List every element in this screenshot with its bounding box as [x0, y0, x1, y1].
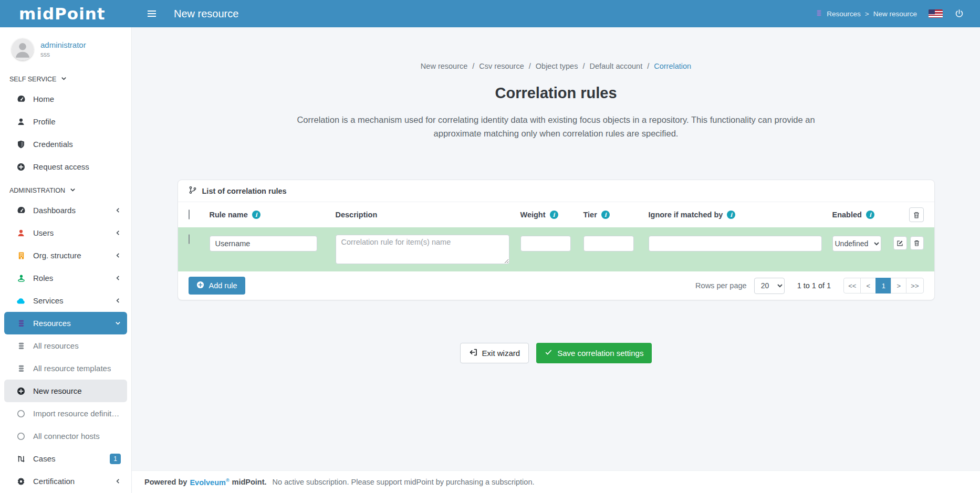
avatar-person-icon[interactable] [12, 38, 34, 60]
case-flow-icon [16, 455, 26, 463]
table-footer: Add rule Rows per page 20 1 to 1 of 1 <<… [178, 271, 934, 300]
breadcrumb-new-resource[interactable]: New resource [421, 62, 467, 70]
roles-icon [16, 274, 26, 282]
us-flag-icon[interactable] [929, 9, 943, 18]
sidebar-item-label: Services [33, 296, 64, 305]
power-icon[interactable] [954, 9, 964, 19]
save-correlation-settings-button[interactable]: Save correlation settings [536, 343, 652, 363]
top-breadcrumb: Resources > New resource [816, 9, 917, 18]
top-breadcrumb-separator: > [865, 10, 869, 18]
breadcrumb-csv-resource[interactable]: Csv resource [479, 62, 524, 70]
database-icon [16, 364, 26, 373]
sidebar-item-profile[interactable]: Profile [4, 110, 127, 133]
info-icon[interactable]: i [252, 211, 260, 219]
tachometer-icon [16, 95, 26, 103]
column-weight: Weight [520, 211, 546, 219]
save-label: Save correlation settings [557, 349, 643, 358]
sidebar-item-users[interactable]: Users [4, 222, 127, 244]
rule-name-input[interactable] [210, 236, 317, 251]
sidebar-item-label: Home [33, 95, 54, 103]
pagination-first-button[interactable]: << [843, 278, 861, 293]
delete-selected-button[interactable] [909, 207, 924, 222]
sidebar-item-label: Cases [33, 454, 56, 463]
breadcrumb-object-types[interactable]: Object types [536, 62, 578, 70]
column-rule-name: Rule name [210, 211, 248, 219]
breadcrumb-separator: / [582, 62, 585, 70]
pagination-next-button[interactable]: > [891, 278, 906, 293]
sidebar-item-all-resource-templates[interactable]: All resource templates [4, 357, 127, 380]
check-icon [545, 349, 552, 358]
seal-icon [16, 477, 26, 486]
info-icon[interactable]: i [550, 211, 558, 219]
sidebar-item-services[interactable]: Services [4, 289, 127, 312]
sidebar-item-home[interactable]: Home [4, 88, 127, 110]
info-icon[interactable]: i [866, 211, 874, 219]
breadcrumb-separator: / [472, 62, 474, 70]
select-all-checkbox[interactable] [189, 209, 190, 219]
flag-canton [929, 9, 935, 14]
edit-rule-button[interactable] [893, 236, 907, 250]
exit-wizard-button[interactable]: Exit wizard [460, 343, 529, 363]
app-logo[interactable]: midPoint [0, 0, 132, 27]
info-icon[interactable]: i [601, 211, 610, 219]
pagination-prev-button[interactable]: < [860, 278, 876, 293]
breadcrumb-correlation[interactable]: Correlation [654, 62, 691, 70]
rule-enabled-select[interactable]: Undefined [832, 236, 881, 251]
sidebar-item-dashboards[interactable]: Dashboards [4, 199, 127, 222]
info-icon[interactable]: i [727, 211, 735, 219]
sidebar-item-certification[interactable]: Certification [4, 470, 127, 492]
sidebar-item-label: Roles [33, 274, 53, 282]
pagination-page-1-button[interactable]: 1 [875, 278, 891, 293]
pagination-last-button[interactable]: >> [906, 278, 923, 293]
rule-tier-input[interactable] [583, 236, 634, 251]
top-breadcrumb-resources[interactable]: Resources [827, 10, 861, 18]
sidebar-item-new-resource[interactable]: New resource [4, 380, 127, 402]
hamburger-menu-icon[interactable] [147, 8, 157, 19]
rule-description-textarea[interactable] [336, 235, 509, 264]
footer-subscription-note: No active subscription. Please support m… [273, 478, 535, 486]
rule-ignore-input[interactable] [649, 236, 822, 251]
sidebar-item-resources[interactable]: Resources [4, 312, 127, 334]
circle-outline-icon [16, 432, 26, 440]
database-icon [816, 9, 822, 18]
sidebar-item-label: Org. structure [33, 251, 81, 260]
plus-circle-icon [16, 163, 26, 171]
exit-icon [469, 348, 477, 358]
chevron-left-icon [115, 253, 121, 258]
row-checkbox[interactable] [189, 234, 190, 244]
sidebar-item-credentials[interactable]: Credentials [4, 133, 127, 155]
user-icon [16, 118, 26, 126]
sidebar-item-label: Import resource definit… [33, 409, 119, 418]
branch-icon [189, 186, 197, 196]
rows-per-page-select[interactable]: 20 [754, 278, 785, 294]
rule-weight-input[interactable] [520, 236, 571, 251]
panel-header: List of correlation rules [178, 180, 934, 202]
footer-product: midPoint. [232, 478, 267, 486]
sidebar-section-administration[interactable]: ADMINISTRATION [0, 178, 131, 199]
circle-outline-icon [16, 410, 26, 418]
rows-per-page-label: Rows per page [695, 281, 747, 290]
column-ignore-if-matched-by: Ignore if matched by [649, 211, 723, 219]
sidebar-item-all-connector-hosts[interactable]: All connector hosts [4, 425, 127, 447]
user-name-link[interactable]: administrator [40, 40, 86, 49]
plus-circle-icon [196, 281, 204, 290]
chevron-down-icon [70, 187, 76, 194]
delete-rule-button[interactable] [910, 236, 924, 250]
sidebar-item-cases[interactable]: Cases 1 [4, 447, 127, 470]
sidebar-item-roles[interactable]: Roles [4, 267, 127, 289]
add-rule-button[interactable]: Add rule [189, 277, 245, 295]
chevron-down-icon [115, 320, 121, 326]
sidebar-item-request-access[interactable]: Request access [4, 155, 127, 178]
section-label-text: SELF SERVICE [9, 76, 56, 83]
sidebar-item-all-resources[interactable]: All resources [4, 334, 127, 357]
footer-brand-link[interactable]: Evolveum® [190, 478, 229, 487]
database-icon [16, 319, 26, 328]
sidebar-section-self-service[interactable]: SELF SERVICE [0, 67, 131, 88]
sidebar-item-org-structure[interactable]: Org. structure [4, 244, 127, 267]
sidebar-item-import-resource-definition[interactable]: Import resource definit… [4, 402, 127, 425]
top-breadcrumb-new-resource[interactable]: New resource [873, 10, 917, 18]
user-subtitle: sss [40, 51, 86, 58]
sidebar-item-label: Dashboards [33, 206, 76, 215]
breadcrumb-default-account[interactable]: Default account [589, 62, 642, 70]
user-info: administrator sss [40, 40, 86, 58]
